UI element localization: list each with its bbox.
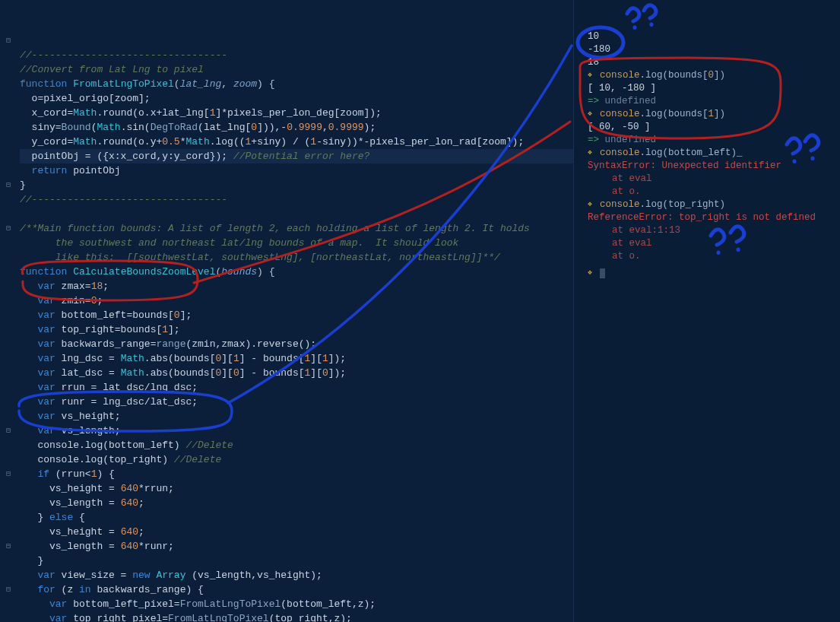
fold-marker: [0, 265, 17, 279]
fold-marker: [0, 597, 17, 611]
fold-marker[interactable]: ⊟: [0, 582, 17, 597]
code-line[interactable]: var lng_dsc = Math.abs(bounds[0][1] - bo…: [20, 351, 573, 366]
code-line[interactable]: vs_height = 640;: [20, 525, 573, 539]
code-token: ) {: [257, 78, 274, 90]
code-token: console.log(top_right): [20, 454, 174, 465]
code-line[interactable]: var top_right_pixel=FromLatLngToPixel(to…: [20, 611, 573, 622]
code-line[interactable]: var vs_height;: [20, 409, 573, 424]
code-token: 0: [251, 122, 257, 133]
code-line[interactable]: y_cord=Math.round(o.y+0.5*Math.log((1+si…: [20, 135, 573, 149]
fold-marker: [0, 48, 17, 62]
code-token: ][: [221, 367, 233, 379]
code-line[interactable]: function CalculateBoundsZoomLevel(bounds…: [20, 265, 573, 279]
fold-marker[interactable]: ⊟: [0, 178, 17, 192]
code-token: Math: [97, 122, 120, 133]
code-line[interactable]: o=pixel_origo[zoom];: [20, 91, 573, 106]
code-line[interactable]: //---------------------------------: [20, 192, 573, 207]
code-line[interactable]: siny=Bound(Math.sin(DegToRad(lat_lng[0])…: [20, 120, 573, 135]
code-token: {: [79, 512, 85, 523]
fold-marker: [0, 19, 17, 33]
code-token: x_cord=: [20, 107, 73, 119]
code-line[interactable]: x_cord=Math.round(o.x+lat_lng[1]*pixels_…: [20, 106, 573, 120]
fold-gutter[interactable]: ⊟⊟⊟⊟⊟⊟⊟: [0, 5, 17, 611]
code-line[interactable]: function FromLatLngToPixel(lat_lng, zoom…: [20, 77, 573, 91]
code-token: var: [20, 338, 62, 350]
code-token: 640: [121, 497, 138, 509]
code-line[interactable]: var zmin=0;: [20, 294, 573, 308]
console-line: at eval:1:13: [588, 224, 832, 237]
code-line[interactable]: }: [20, 178, 573, 192]
code-line[interactable]: [20, 207, 573, 221]
code-token: ;: [138, 526, 144, 538]
code-editor[interactable]: ⊟⊟⊟⊟⊟⊟⊟ //------------------------------…: [0, 0, 574, 622]
code-token: rrun = lat_dsc/lng_dsc;: [62, 382, 198, 393]
code-line[interactable]: vs_length = 640*runr;: [20, 539, 573, 554]
console-line: [ 60, -50 ]: [588, 121, 832, 134]
code-line[interactable]: var vs_length;: [20, 424, 573, 438]
code-token: Math: [185, 136, 209, 148]
code-line[interactable]: var rrun = lat_dsc/lng_dsc;: [20, 380, 573, 395]
code-token: console.log(bottom_left): [20, 440, 185, 451]
code-token: var: [20, 382, 62, 393]
code-token: y_cord=: [20, 136, 73, 148]
code-token: 0: [322, 367, 328, 379]
code-line[interactable]: pointObj = ({x:x_cord,y:y_cord}); //Pote…: [20, 149, 573, 163]
code-token: Math: [73, 136, 97, 148]
code-line[interactable]: if (rrun<1) {: [20, 467, 573, 481]
fold-marker[interactable]: ⊟: [0, 221, 17, 236]
fold-marker[interactable]: ⊟: [0, 467, 17, 481]
code-token: var: [20, 425, 62, 436]
code-token: ]);: [328, 353, 346, 364]
console-line: ❖ console.log(bounds[1]): [588, 108, 832, 121]
code-line[interactable]: console.log(bottom_left) //Delete: [20, 438, 573, 452]
code-token: *runr;: [138, 541, 174, 552]
code-token: ][: [310, 353, 322, 364]
code-token: vs_height;: [62, 411, 121, 422]
fold-marker: [0, 438, 17, 452]
code-line[interactable]: var view_size = new Array (vs_length,vs_…: [20, 568, 573, 582]
code-line[interactable]: var top_right=bounds[1];: [20, 322, 573, 337]
code-line[interactable]: the southwest and northeast lat/lng boun…: [20, 236, 573, 250]
code-token: backwards_range=: [62, 338, 157, 350]
code-line[interactable]: //---------------------------------: [20, 48, 573, 62]
console-pane[interactable]: 10-18018❖ console.log(bounds[0])[ 10, -1…: [574, 0, 840, 622]
fold-marker: [0, 395, 17, 409]
code-line[interactable]: for (z in backwards_range) {: [20, 582, 573, 597]
code-line[interactable]: vs_height = 640*rrun;: [20, 481, 573, 496]
code-line[interactable]: var bottom_left=bounds[0];: [20, 308, 573, 322]
code-token: top_right_pixel=: [73, 613, 168, 622]
code-line[interactable]: /**Main function bounds: A list of lengt…: [20, 221, 573, 236]
code-content[interactable]: //---------------------------------//Con…: [20, 48, 573, 622]
code-token: new: [132, 570, 156, 581]
code-token: *rrun;: [138, 483, 174, 494]
code-token: var: [20, 613, 73, 622]
code-token: (lat_lng[: [198, 122, 251, 133]
code-line[interactable]: var runr = lng_dsc/lat_dsc;: [20, 395, 573, 409]
code-line[interactable]: return pointObj: [20, 163, 573, 178]
code-token: //---------------------------------: [20, 194, 227, 205]
code-line[interactable]: var backwards_range=range(zmin,zmax).rev…: [20, 337, 573, 351]
code-token: 640: [121, 526, 138, 538]
code-line[interactable]: var lat_dsc = Math.abs(bounds[0][0] - bo…: [20, 366, 573, 380]
code-token: bounds: [221, 266, 257, 278]
console-prompt[interactable]: ❖: [588, 266, 832, 281]
code-token: pointObj: [73, 165, 120, 176]
fold-marker[interactable]: ⊟: [0, 539, 17, 554]
code-line[interactable]: like this: [[southwestLat, southwestLng]…: [20, 250, 573, 265]
code-token: zmin=: [62, 295, 91, 306]
code-line[interactable]: console.log(top_right) //Delete: [20, 452, 573, 467]
code-token: ) {: [257, 266, 274, 278]
code-line[interactable]: //Convert from Lat Lng to pixel: [20, 62, 573, 77]
code-line[interactable]: } else {: [20, 510, 573, 525]
fold-marker[interactable]: ⊟: [0, 424, 17, 438]
fold-marker: [0, 192, 17, 207]
fold-marker: [0, 120, 17, 135]
code-line[interactable]: var zmax=18;: [20, 279, 573, 294]
code-line[interactable]: }: [20, 554, 573, 568]
console-line: ❖ console.log(bounds[0]): [588, 69, 832, 82]
code-line[interactable]: var bottom_left_pixel=FromLatLngToPixel(…: [20, 597, 573, 611]
fold-marker[interactable]: ⊟: [0, 33, 17, 48]
code-token: siny=: [20, 122, 62, 133]
code-line[interactable]: vs_length = 640;: [20, 496, 573, 510]
code-token: 1: [310, 136, 316, 148]
